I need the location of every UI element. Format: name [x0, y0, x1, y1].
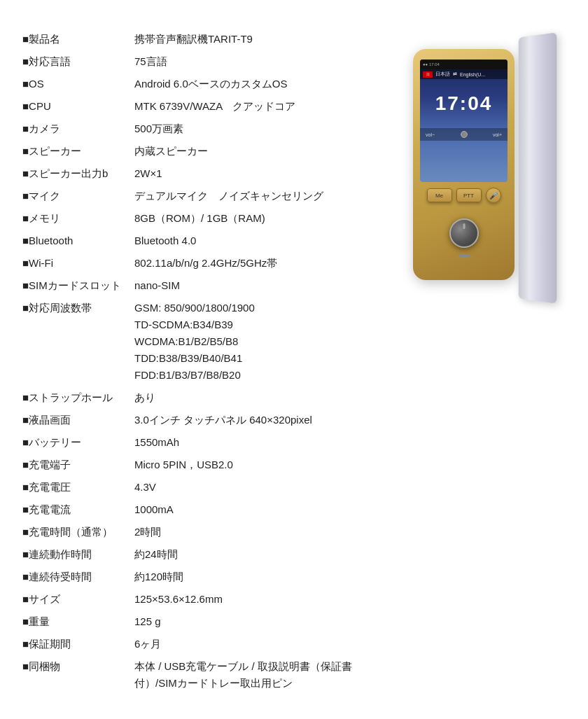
screen-bottom-controls: vol− vol+: [420, 128, 507, 141]
spec-value: 500万画素: [133, 118, 392, 140]
screen-lang-bar: 日 日本語 ⇄ English(U...: [420, 69, 507, 79]
spec-row: ■SIMカードスロットnano-SIM: [21, 274, 392, 297]
spec-value: あり: [133, 386, 392, 409]
spec-row: ■カメラ500万画素: [21, 118, 392, 140]
spec-label: ■液晶画面: [21, 409, 133, 431]
spec-row: ■マイクデュアルマイク ノイズキャンセリング: [21, 185, 392, 207]
lang-arrow: ⇄: [453, 71, 457, 77]
spec-label: ■OS: [21, 73, 133, 95]
spec-row: ■重量125 g: [21, 610, 392, 633]
spec-value: MTK 6739V/WAZA クアッドコア: [133, 95, 392, 118]
spec-row: ■CPUMTK 6739V/WAZA クアッドコア: [21, 95, 392, 118]
spec-row: ■Wi-Fi802.11a/b/n/g 2.4GHz/5GHz帯: [21, 252, 392, 274]
screen-time-area: 17:04: [420, 79, 507, 128]
spec-label: ■対応言語: [21, 50, 133, 73]
spec-value: 携帯音声翻訳機TARIT-T9: [133, 28, 392, 50]
spec-value: デュアルマイク ノイズキャンセリング: [133, 185, 392, 207]
ptt-button[interactable]: PTT: [456, 188, 482, 202]
spec-label: ■同梱物: [21, 655, 133, 694]
spec-value: 約120時間: [133, 566, 392, 588]
spec-label: ■ストラップホール: [21, 386, 133, 409]
spec-row: ■液晶画面3.0インチ タッチパネル 640×320pixel: [21, 409, 392, 431]
vol-minus-label: vol−: [426, 132, 435, 137]
spec-value: 3.0インチ タッチパネル 640×320pixel: [133, 409, 392, 431]
spec-label: ■充電時間（通常）: [21, 521, 133, 543]
spec-value: 2時間: [133, 521, 392, 543]
spec-row: ■充電電圧4.3V: [21, 476, 392, 498]
spec-value: 約24時間: [133, 543, 392, 566]
spec-label: ■Bluetooth: [21, 230, 133, 252]
spec-label: ■スピーカー出力b: [21, 162, 133, 185]
spec-value: 2W×1: [133, 162, 392, 185]
spec-label: ■充電電圧: [21, 476, 133, 498]
center-dot: [461, 131, 468, 138]
spec-value: 内蔵スピーカー: [133, 140, 392, 162]
spec-row: ■対応周波数帯GSM: 850/900/1800/1900TD-SCDMA:B3…: [21, 297, 392, 386]
spec-row: ■充電時間（通常）2時間: [21, 521, 392, 543]
spec-value: Android 6.0ベースのカスタムOS: [133, 73, 392, 95]
spec-label: ■製品名: [21, 28, 133, 50]
spec-label: ■サイズ: [21, 588, 133, 610]
mic-button[interactable]: 🎤: [486, 188, 501, 203]
spec-value: 4.3V: [133, 476, 392, 498]
spec-value: 本体 / USB充電ケーブル / 取扱説明書（保証書付）/SIMカードトレー取出…: [133, 655, 392, 694]
device-sidebar: [519, 32, 556, 303]
spec-value: 1000mA: [133, 498, 392, 521]
spec-row: ■対応言語75言語: [21, 50, 392, 73]
spec-label: ■バッテリー: [21, 431, 133, 454]
spec-value: GSM: 850/900/1800/1900TD-SCDMA:B34/B39WC…: [133, 297, 392, 386]
spec-row: ■連続動作時間約24時間: [21, 543, 392, 566]
specs-section: ■製品名携帯音声翻訳機TARIT-T9■対応言語75言語■OSAndroid 6…: [21, 28, 392, 694]
spec-table: ■製品名携帯音声翻訳機TARIT-T9■対応言語75言語■OSAndroid 6…: [21, 28, 392, 694]
spec-label: ■重量: [21, 610, 133, 633]
spec-label: ■充電端子: [21, 454, 133, 476]
lang-from: 日本語: [435, 71, 450, 78]
spec-label: ■CPU: [21, 95, 133, 118]
vol-plus-label: vol+: [493, 132, 502, 137]
main-container: ■製品名携帯音声翻訳機TARIT-T9■対応言語75言語■OSAndroid 6…: [21, 28, 567, 694]
device-wrapper: ●● 17:04 日 日本語 ⇄ English(U... 17:04 vol−: [413, 35, 560, 301]
spec-value: 802.11a/b/n/g 2.4GHz/5GHz帯: [133, 252, 392, 274]
device-buttons: Me PTT 🎤: [424, 188, 504, 203]
spec-row: ■製品名携帯音声翻訳機TARIT-T9: [21, 28, 392, 50]
lang-to: English(U...: [460, 72, 485, 77]
device-indicator: [458, 254, 470, 257]
device-body: ●● 17:04 日 日本語 ⇄ English(U... 17:04 vol−: [413, 49, 514, 280]
spec-label: ■対応周波数帯: [21, 297, 133, 386]
spec-value: 125×53.6×12.6mm: [133, 588, 392, 610]
spec-row: ■ストラップホールあり: [21, 386, 392, 409]
screen-status: ●● 17:04: [423, 62, 440, 67]
spec-row: ■保証期間6ヶ月: [21, 633, 392, 655]
spec-label: ■マイク: [21, 185, 133, 207]
spec-row: ■充電端子Micro 5PIN，USB2.0: [21, 454, 392, 476]
spec-label: ■メモリ: [21, 207, 133, 230]
spec-label: ■スピーカー: [21, 140, 133, 162]
device-image: ●● 17:04 日 日本語 ⇄ English(U... 17:04 vol−: [406, 28, 567, 694]
spec-label: ■連続待受時間: [21, 566, 133, 588]
spec-value: nano-SIM: [133, 274, 392, 297]
spec-row: ■バッテリー1550mAh: [21, 431, 392, 454]
spec-row: ■OSAndroid 6.0ベースのカスタムOS: [21, 73, 392, 95]
spec-label: ■Wi-Fi: [21, 252, 133, 274]
spec-label: ■保証期間: [21, 633, 133, 655]
screen-time: 17:04: [435, 92, 493, 115]
spec-label: ■カメラ: [21, 118, 133, 140]
spec-row: ■連続待受時間約120時間: [21, 566, 392, 588]
device-knob[interactable]: [449, 218, 479, 248]
spec-row: ■メモリ8GB（ROM）/ 1GB（RAM): [21, 207, 392, 230]
spec-label: ■連続動作時間: [21, 543, 133, 566]
lang-flag-jp: 日: [423, 71, 433, 78]
screen-top-bar: ●● 17:04: [420, 60, 507, 69]
spec-row: ■充電電流1000mA: [21, 498, 392, 521]
spec-value: Micro 5PIN，USB2.0: [133, 454, 392, 476]
spec-value: Bluetooth 4.0: [133, 230, 392, 252]
spec-row: ■同梱物本体 / USB充電ケーブル / 取扱説明書（保証書付）/SIMカードト…: [21, 655, 392, 694]
spec-value: 6ヶ月: [133, 633, 392, 655]
device-screen: ●● 17:04 日 日本語 ⇄ English(U... 17:04 vol−: [420, 60, 507, 182]
me-button[interactable]: Me: [427, 188, 452, 202]
spec-label: ■SIMカードスロット: [21, 274, 133, 297]
spec-row: ■スピーカー内蔵スピーカー: [21, 140, 392, 162]
spec-value: 8GB（ROM）/ 1GB（RAM): [133, 207, 392, 230]
spec-value: 1550mAh: [133, 431, 392, 454]
spec-row: ■スピーカー出力b2W×1: [21, 162, 392, 185]
